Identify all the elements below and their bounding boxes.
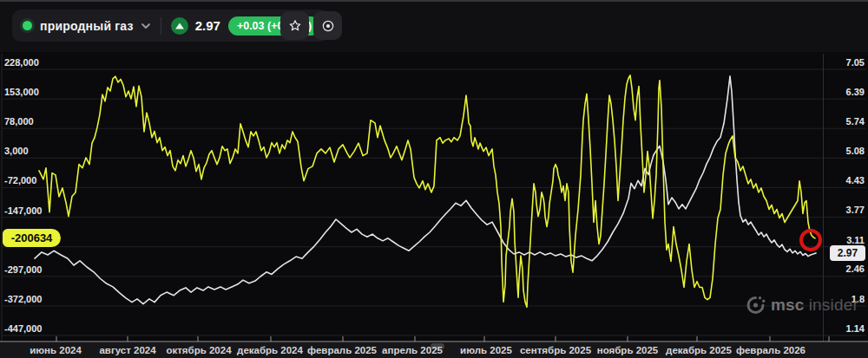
month-label: июль 2025 (460, 345, 512, 355)
yellow-value-badge: -200634 (3, 229, 61, 247)
current-price-badge: 2.97 (830, 245, 865, 261)
series-indicator-left-axis (39, 75, 815, 308)
month-label: ноябрь 2025 (597, 345, 659, 355)
y-axis-label-right: 2.46 (846, 264, 865, 275)
chart-canvas[interactable] (0, 2, 868, 358)
y-axis-label-left: 3,000 (4, 146, 29, 157)
y-axis-label-left: -297,000 (4, 264, 42, 276)
month-label: июнь 2024 (30, 345, 82, 355)
watermark: mscinsider (745, 294, 858, 316)
month-label: апрель 2025 (382, 345, 443, 355)
y-axis-label-right: 3.11 (846, 235, 865, 246)
month-label: декабрь 2024 (237, 345, 303, 355)
month-label: февраль 2026 (736, 345, 806, 355)
watermark-light: insider (809, 296, 858, 315)
y-axis-label-right: 1.14 (846, 323, 865, 335)
y-axis-label-left: 153,000 (4, 87, 39, 98)
y-axis-label-left: -72,000 (4, 175, 36, 186)
y-axis-label-left: -147,000 (4, 205, 42, 217)
y-axis-label-right: 6.39 (846, 87, 865, 98)
y-axis-label-left: 78,000 (4, 116, 34, 127)
y-axis-label-right: 5.74 (846, 116, 865, 127)
month-label: сентябрь 2025 (520, 345, 591, 355)
y-axis-label-left: 228,000 (4, 57, 39, 68)
y-axis-label-right: 3.77 (846, 205, 865, 216)
y-axis-label-right: 4.43 (846, 175, 865, 186)
mscinsider-logo-icon (745, 294, 766, 316)
y-axis-label-right: 7.05 (846, 57, 865, 68)
month-label: февраль 2025 (307, 345, 377, 355)
month-label: октябрь 2024 (166, 345, 231, 355)
y-axis-label-left: -447,000 (4, 323, 42, 335)
trading-chart-app: природный газ 2.97 +0.03 (+0.85%) -20063… (0, 0, 868, 358)
y-axis-label-left: -372,000 (4, 294, 42, 305)
watermark-bold: msc (771, 296, 805, 315)
month-label: декабрь 2025 (666, 345, 732, 355)
month-label: август 2024 (99, 345, 155, 355)
red-circle-annotation (799, 229, 822, 251)
y-axis-label-right: 5.08 (846, 146, 865, 157)
